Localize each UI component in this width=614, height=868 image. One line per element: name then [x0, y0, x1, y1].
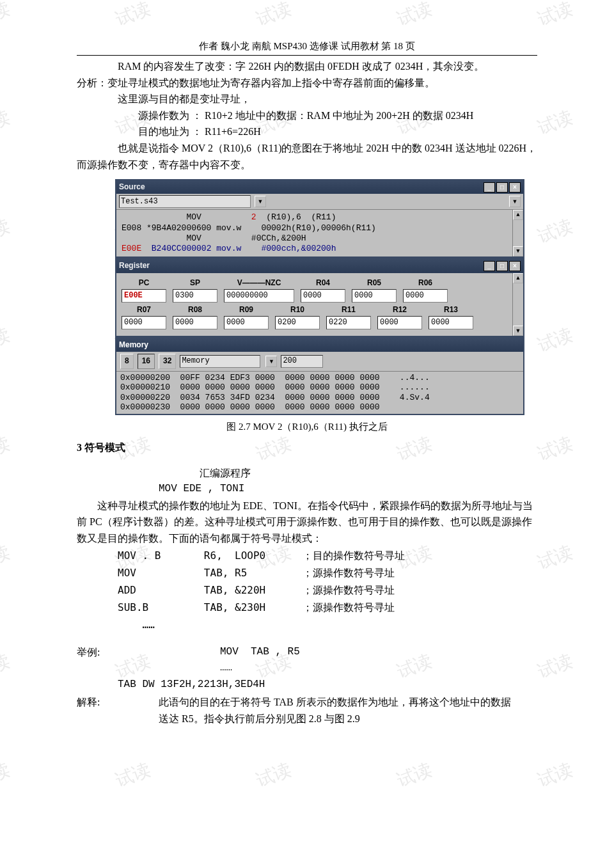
code-listing: MOV . B R6, LOOP0 ；目的操作数符号寻址 MOV TAB, R5… [118, 547, 537, 634]
file-combo-value: Test.s43 [121, 196, 158, 208]
file-combo[interactable]: Test.s43 [119, 195, 251, 208]
memory-dump: 0x00000200 00FF 0234 EDF3 0000 0000 0000… [116, 372, 523, 414]
register-pc: PCE00E [122, 277, 166, 303]
memory-title: Memory [116, 338, 523, 352]
tab-32[interactable]: 32 [159, 354, 176, 368]
figure-caption: 图 2.7 MOV 2（R10),6（R11) 执行之后 [77, 419, 537, 434]
close-icon[interactable]: × [509, 182, 521, 193]
goto-value: 200 [283, 355, 297, 367]
register-r08: R080000 [173, 304, 217, 329]
explain-label: 解释: [77, 694, 138, 727]
paragraph: 目的地址为 ： R11+6=226H [138, 123, 537, 140]
register-label: PC [122, 277, 166, 289]
register-window: Register _ □ × PCE00ESP0300V———NZC000000… [115, 258, 524, 337]
register-value: 0000 [377, 316, 422, 329]
register-label: R07 [122, 304, 166, 316]
code-text: MOV [122, 212, 251, 222]
memory-combo[interactable]: Memory [180, 355, 260, 368]
maximize-icon[interactable]: □ [496, 182, 508, 193]
paragraph: 分析：变址寻址模式的数据地址为寄存器内容加上指令中寄存器前面的偏移量。 [77, 75, 537, 91]
ide-screenshot: Source _ □ × Test.s43 ▼ ▼ MOV 2 (R10),6 [115, 179, 524, 415]
scroll-down-icon[interactable]: ▼ [513, 246, 523, 256]
code-text: MOV #0CCh,&200H [122, 233, 518, 244]
paragraph: 这里源与目的都是变址寻址， [77, 91, 537, 107]
sub-heading: 汇编源程序 [200, 465, 537, 482]
register-value: 0000 [122, 316, 166, 329]
register-title: Register [119, 260, 150, 272]
register-value: 0220 [326, 316, 371, 329]
register-r05: R050000 [352, 277, 397, 303]
paragraph: 源操作数为 ： R10+2 地址中的数据：RAM 中地址为 200+2H 的数据… [138, 107, 537, 124]
code-text: 2 [251, 212, 256, 222]
register-value: 0000 [429, 316, 473, 329]
register-label: R04 [301, 277, 345, 289]
register-r13: R130000 [429, 304, 473, 329]
register-label: R12 [377, 304, 422, 316]
source-title: Source [119, 181, 145, 193]
register-r12: R120000 [377, 304, 422, 329]
register-value: 0200 [275, 316, 320, 329]
paragraph: RAM 的内容发生了改变：字 226H 内的数据由 0FEDH 改成了 0234… [77, 58, 537, 75]
explain-text: 此语句的目的在于将符号 TAB 所表示的数据作为地址，再将这个地址中的数据 送达… [159, 694, 537, 727]
code-text: (R10),6 (R11) [256, 212, 336, 222]
register-value: 0000 [224, 316, 269, 329]
scroll-up-icon[interactable]: ▲ [513, 210, 523, 220]
goto-field[interactable]: 200 [281, 355, 323, 368]
register-r04: R040000 [301, 277, 345, 303]
chevron-down-icon[interactable]: ▼ [265, 356, 277, 367]
register-value: E00E [122, 289, 166, 303]
section-heading: 3 符号模式 [77, 439, 537, 456]
chevron-down-icon[interactable]: ▼ [509, 196, 521, 207]
close-icon[interactable]: × [509, 261, 521, 271]
minimize-icon[interactable]: _ [484, 261, 495, 271]
code-text: E008 *9B4A02000600 mov.w 00002h(R10),000… [122, 223, 518, 233]
paragraph: 也就是说指令 MOV 2（R10),6（R11)的意图在于将地址 202H 中的… [77, 140, 537, 173]
register-sp: SP0300 [173, 277, 217, 303]
code-line: MOV EDE , TONI [159, 481, 537, 498]
register-r10: R100200 [275, 304, 320, 329]
register-v———nzc: V———NZC000000000 [224, 277, 294, 303]
scrollbar[interactable]: ▲ ▼ [512, 210, 523, 256]
minimize-icon[interactable]: _ [484, 182, 495, 193]
register-value: 0000 [173, 316, 217, 329]
register-r06: R060000 [403, 277, 448, 303]
register-label: V———NZC [224, 277, 294, 289]
register-value: 000000000 [224, 289, 294, 303]
register-r07: R070000 [122, 304, 166, 329]
code-text: B240CC000002 mov.w #000cch,&00200h [141, 244, 336, 253]
tab-definition: TAB DW 13F2H,2213H,3ED4H [118, 677, 537, 693]
register-value: 0000 [301, 289, 345, 303]
scroll-up-icon[interactable]: ▲ [513, 273, 523, 283]
maximize-icon[interactable]: □ [496, 261, 508, 271]
memory-combo-value: Memory [182, 355, 209, 367]
register-value: 0300 [173, 289, 217, 303]
chevron-down-icon[interactable]: ▼ [255, 196, 266, 207]
example-label: 举例: [77, 644, 138, 677]
register-value: 0000 [403, 289, 448, 303]
register-label: R10 [275, 304, 320, 316]
register-value: 0000 [352, 289, 397, 303]
register-label: R09 [224, 304, 269, 316]
source-code-area: MOV 2 (R10),6 (R11) E008 *9B4A02000600 m… [116, 210, 523, 256]
register-label: R08 [173, 304, 217, 316]
code-addr: E00E [122, 244, 141, 253]
register-label: R06 [403, 277, 448, 289]
register-label: R05 [352, 277, 397, 289]
scrollbar[interactable]: ▲ ▼ [512, 273, 523, 336]
tab-8[interactable]: 8 [120, 354, 134, 368]
register-r11: R110220 [326, 304, 371, 329]
example-code: MOV TAB , R5 …… [220, 644, 300, 677]
memory-window: Memory 8 16 32 Memory ▼ 200 0x00000200 0… [115, 337, 524, 415]
source-window: Source _ □ × Test.s43 ▼ ▼ MOV 2 (R10),6 [115, 179, 524, 258]
tab-16[interactable]: 16 [138, 354, 155, 368]
register-label: SP [173, 277, 217, 289]
register-label: R11 [326, 304, 371, 316]
register-label: R13 [429, 304, 473, 316]
paragraph: 这种寻址模式的操作数的地址为 EDE、TONI。在指令代码中，紧跟操作码的数据为… [77, 498, 537, 547]
register-r09: R090000 [224, 304, 269, 329]
page-header: 作者 魏小龙 南航 MSP430 选修课 试用教材 第 18 页 [77, 38, 537, 56]
scroll-down-icon[interactable]: ▼ [513, 326, 523, 336]
